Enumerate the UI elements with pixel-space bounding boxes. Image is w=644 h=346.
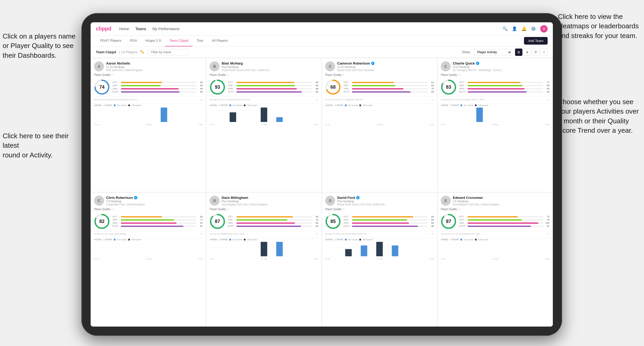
stat-value: 95 [313, 91, 318, 93]
latest-round-3[interactable]: 07 Aug 23 | 77 (+7), St George's Hill GC… [441, 97, 549, 102]
stat-bar [468, 85, 522, 86]
stat-value: 88 [313, 87, 318, 90]
stat-label-APP: APP [344, 219, 351, 221]
quality-circle-0[interactable]: 74 [94, 79, 110, 95]
grid-view-button[interactable]: ⊞ [515, 49, 522, 56]
latest-round-1[interactable]: 26 Aug 23 | 73 (+1), Royal North Devon G… [210, 97, 318, 102]
player-name-5[interactable]: Dave Billingham [222, 196, 318, 200]
sort-button[interactable]: ↕ [540, 49, 548, 56]
stat-label-ARG: ARG [112, 222, 120, 224]
player-name-4[interactable]: Chris Robertson✓ [106, 196, 203, 200]
player-avatar-6[interactable]: D [325, 196, 335, 206]
latest-round-6[interactable]: 26 Aug 23 | 84 (+12), Royal North Devon … [325, 231, 434, 236]
quality-label-1: Player Quality ⓘ [210, 73, 318, 77]
latest-round-7[interactable]: 18 Jul 23 | 74 (+4), Sunningdale GC - Ol… [441, 231, 549, 236]
latest-round-2[interactable]: 02 Jul 23 | 59 (+17), Craigmillar Park G… [325, 97, 434, 102]
notifications-button[interactable]: 🔔 [521, 26, 527, 31]
activity-section-7: Activity · 1 Month On course Off course … [441, 238, 549, 260]
profile-nav-button[interactable]: 👤 [512, 26, 517, 31]
stat-value: 61 [429, 81, 434, 84]
tab-hcaps[interactable]: Hcaps 1-5 [141, 35, 165, 46]
player-info-2: Cameron Robertson✓ 11:15 Handicap Royal … [337, 61, 434, 72]
edit-team-icon[interactable]: ✏️ [140, 50, 144, 54]
activity-header-7: Activity · 1 Month On course Off course [441, 238, 549, 241]
tab-tour[interactable]: Tour [193, 35, 207, 46]
player-avatar-5[interactable]: D [210, 196, 220, 206]
settings-button[interactable]: ⚙️ [531, 26, 536, 31]
stat-bar-container [352, 88, 428, 89]
round-arrow-5[interactable]: → [315, 232, 318, 236]
round-arrow-1[interactable]: → [315, 98, 318, 101]
quality-circle-1[interactable]: 93 [210, 79, 225, 95]
filter-input[interactable] [148, 49, 190, 55]
quality-circle-2[interactable]: 68 [325, 79, 341, 95]
player-avatar-2[interactable]: C [325, 61, 335, 71]
on-course-label: On course [464, 104, 474, 107]
quality-circle-6[interactable]: 85 [325, 214, 341, 229]
filter-button[interactable]: ▽ [532, 49, 539, 56]
quality-label-0: Player Quality ⓘ [94, 73, 203, 77]
latest-round-0[interactable]: 02 Sep 23 | Sunset round to get back int… [94, 97, 203, 102]
player-name-3[interactable]: Charlie Quick✓ [453, 61, 549, 65]
tab-pga[interactable]: PGA [126, 35, 141, 46]
on-course-dot [345, 239, 347, 241]
player-card-4: C Chris Robertson✓ 1:5 Handicap Craigmil… [91, 192, 206, 327]
nav-teams[interactable]: Teams [135, 26, 146, 32]
player-name-7[interactable]: Edward Crossman [453, 196, 549, 200]
round-arrow-6[interactable]: → [431, 232, 434, 236]
round-arrow-2[interactable]: → [431, 98, 434, 101]
player-avatar-3[interactable]: C [441, 61, 451, 71]
add-team-button[interactable]: Add Team [524, 37, 548, 45]
stats-list-3: OTT 77 APP 80 [459, 81, 549, 93]
chart-date: 31 Jul [441, 258, 446, 260]
search-nav-button[interactable]: 🔍 [502, 26, 508, 31]
quality-section-5: 87 OTT 82 APP [210, 214, 318, 229]
tab-pgat-players[interactable]: PGAT Players [96, 35, 126, 46]
quality-circle-3[interactable]: 83 [441, 79, 456, 95]
player-avatar-1[interactable]: B [210, 61, 220, 71]
off-course-dot [128, 239, 130, 241]
player-avatar-0[interactable]: A [94, 61, 104, 71]
user-avatar[interactable]: U [540, 25, 548, 33]
stat-row-app-1: APP 85 [228, 84, 318, 87]
stat-label-ARG: ARG [344, 222, 351, 224]
quality-circle-7[interactable]: 87 [441, 214, 456, 229]
table-view-button[interactable]: ≡ [523, 49, 531, 56]
player-avatar-4[interactable]: C [94, 196, 104, 206]
latest-round-5[interactable]: 04 Sep 23 | Mobility with coach, Gym → [210, 231, 318, 236]
latest-round-4[interactable]: 03 Mar 23 | 19, Must make putting → [94, 231, 203, 236]
round-arrow-0[interactable]: → [200, 98, 203, 101]
stat-value: 58 [198, 84, 203, 87]
tab-all-players[interactable]: All Players [207, 35, 232, 46]
tab-team-clippd[interactable]: Team Clippd [165, 35, 193, 46]
stat-bar-container [468, 82, 543, 83]
round-arrow-4[interactable]: → [200, 232, 203, 236]
on-course-label: On course [464, 238, 474, 241]
stat-value: 60 [198, 81, 203, 84]
activity-title: Activity · 1 Month [441, 104, 459, 107]
player-name-6[interactable]: David Ford✓ [337, 196, 434, 200]
player-name-2[interactable]: Cameron Robertson✓ [337, 61, 434, 65]
player-info-1: Blair McHarg Plus Handicap Royal North D… [222, 61, 318, 72]
stat-label-ARG: ARG [228, 222, 235, 224]
stat-label-OTT: OTT [228, 81, 235, 84]
stat-label-ARG: ARG [228, 87, 235, 90]
player-name-1[interactable]: Blair McHarg [222, 61, 318, 65]
quality-circle-5[interactable]: 87 [210, 214, 225, 229]
show-select[interactable]: Player Activity Quality Score Trend [474, 49, 512, 55]
nav-home[interactable]: Home [119, 26, 129, 32]
activity-chart-3 [441, 108, 549, 122]
stat-row-arg-3: ARG 83 [459, 87, 549, 90]
round-arrow-3[interactable]: → [546, 98, 549, 101]
on-course-dot [229, 239, 231, 241]
player-avatar-7[interactable]: E [441, 196, 451, 206]
stat-bar-container [352, 82, 428, 83]
quality-circle-4[interactable]: 82 [94, 214, 110, 229]
player-name-0[interactable]: Aaron Nicholls [106, 61, 203, 65]
player-card-0: A Aaron Nicholls 11:15 Handicap Drift Go… [91, 58, 206, 192]
nav-performance[interactable]: My Performance [152, 26, 179, 32]
stat-bar [468, 88, 524, 89]
chart-date: 31 Jul [441, 124, 446, 125]
round-arrow-7[interactable]: → [546, 232, 549, 236]
player-header-2: C Cameron Robertson✓ 11:15 Handicap Roya… [325, 61, 434, 72]
